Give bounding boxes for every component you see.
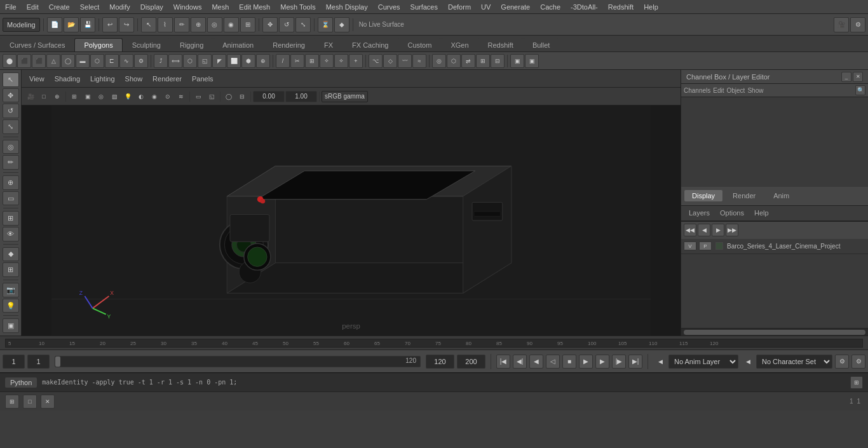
combine-btn[interactable]: ⊞ bbox=[476, 54, 490, 68]
menu-edit-mesh[interactable]: Edit Mesh bbox=[234, 2, 275, 12]
vp-smooth-btn[interactable]: ◎ bbox=[95, 90, 107, 103]
poly-torus-btn[interactable]: ◯ bbox=[61, 54, 75, 68]
menu-help[interactable]: Help bbox=[639, 2, 663, 12]
tab-curves-surfaces[interactable]: Curves / Surfaces bbox=[0, 38, 74, 51]
right-tab-display[interactable]: Display bbox=[684, 189, 723, 202]
poly-cylinder-btn[interactable]: ⬛ bbox=[32, 54, 46, 68]
layer-scrollbar[interactable] bbox=[681, 328, 868, 336]
vp-motion-btn[interactable]: ≋ bbox=[175, 90, 187, 103]
poly-disk-btn[interactable]: ⬡ bbox=[90, 54, 104, 68]
rect-select-tool-btn[interactable]: ▭ bbox=[3, 191, 19, 206]
vp-menu-panels[interactable]: Panels bbox=[188, 74, 217, 84]
menu-deform[interactable]: Deform bbox=[443, 2, 476, 12]
stop-btn[interactable]: ■ bbox=[562, 355, 576, 369]
soft-select-tool-btn[interactable]: ◎ bbox=[3, 140, 19, 154]
input-output-btn[interactable]: ◆ bbox=[334, 17, 349, 32]
move-tool-btn[interactable]: ✥ bbox=[3, 88, 19, 103]
extrude-btn[interactable]: ⤴ bbox=[154, 54, 168, 68]
tab-sculpting[interactable]: Sculpting bbox=[123, 38, 170, 51]
visibility-btn[interactable]: 👁 bbox=[3, 227, 19, 241]
anim-layer-arrow-left[interactable]: ◀ bbox=[653, 355, 667, 369]
retopo-btn[interactable]: ⬡ bbox=[447, 54, 461, 68]
grid-btn[interactable]: ⊞ bbox=[3, 211, 19, 226]
vp-shadow-btn[interactable]: ◐ bbox=[135, 90, 147, 103]
offset-edge-loop-btn[interactable]: ⟡ bbox=[334, 54, 348, 68]
snap-to-btn[interactable]: ⊕ bbox=[191, 17, 206, 32]
relax-btn[interactable]: ≈ bbox=[412, 54, 426, 68]
poly-plane-btn[interactable]: ▬ bbox=[76, 54, 90, 68]
history-btn[interactable]: ⌛ bbox=[318, 17, 333, 32]
next-key-btn[interactable]: |▶ bbox=[612, 355, 626, 369]
tab-custom[interactable]: Custom bbox=[398, 38, 442, 51]
char-set-dropdown[interactable]: No Character Set bbox=[756, 355, 832, 369]
poly-gear-btn[interactable]: ⚙ bbox=[134, 54, 148, 68]
soft-select-btn[interactable]: ◉ bbox=[224, 17, 239, 32]
menu-mesh[interactable]: Mesh bbox=[207, 2, 234, 12]
prefs-btn[interactable]: ⚙ bbox=[851, 355, 865, 369]
symmetry-btn[interactable]: ⊞ bbox=[240, 17, 255, 32]
python-script-editor-btn[interactable]: ⊞ bbox=[850, 376, 863, 389]
play-back-btn[interactable]: ◁ bbox=[546, 355, 560, 369]
move-btn[interactable]: ✥ bbox=[262, 17, 278, 32]
light-btn[interactable]: 💡 bbox=[3, 299, 19, 313]
panel-minimize-btn[interactable]: _ bbox=[841, 72, 851, 82]
extract-btn[interactable]: ⬢ bbox=[241, 54, 255, 68]
file-icon-btn3[interactable]: ✕ bbox=[41, 395, 55, 409]
paint-select-btn[interactable]: ✏ bbox=[174, 17, 189, 32]
object-label[interactable]: Object bbox=[727, 87, 745, 94]
layer-scroll-left2[interactable]: ◀ bbox=[698, 224, 710, 236]
poly-helix-btn[interactable]: ∿ bbox=[119, 54, 133, 68]
vp-isolate-btn[interactable]: ◯ bbox=[222, 90, 235, 103]
menu-modify[interactable]: Modify bbox=[104, 2, 135, 12]
menu-edit[interactable]: Edit bbox=[22, 2, 44, 12]
lasso-btn[interactable]: ⌇ bbox=[158, 17, 173, 32]
poly-pipe-btn[interactable]: ⊏ bbox=[105, 54, 119, 68]
tab-bullet[interactable]: Bullet bbox=[523, 38, 560, 51]
go-first-btn[interactable]: |◀ bbox=[496, 355, 510, 369]
tab-redshift[interactable]: Redshift bbox=[478, 38, 523, 51]
rotate-btn[interactable]: ↺ bbox=[279, 17, 294, 32]
layer-visibility-p[interactable]: P bbox=[699, 241, 712, 250]
connect-btn[interactable]: ⊞ bbox=[305, 54, 319, 68]
tab-fx[interactable]: FX bbox=[315, 38, 342, 51]
bridge-btn[interactable]: ⟺ bbox=[168, 54, 182, 68]
render-region-btn[interactable]: ▣ bbox=[3, 318, 19, 333]
menu-surfaces[interactable]: Surfaces bbox=[405, 2, 443, 12]
open-scene-btn[interactable]: 📂 bbox=[64, 17, 79, 32]
vp-selection-btn[interactable]: ▭ bbox=[192, 90, 205, 103]
vp-ao-btn[interactable]: ◉ bbox=[148, 90, 161, 103]
crease-btn[interactable]: 〰 bbox=[398, 54, 412, 68]
anim-layer-dropdown[interactable]: No Anim Layer bbox=[668, 355, 738, 369]
file-icon-btn2[interactable]: □ bbox=[23, 395, 37, 409]
prev-frame-btn[interactable]: ◀ bbox=[529, 355, 543, 369]
layer-scroll-left1[interactable]: ◀◀ bbox=[684, 224, 696, 236]
menu-mesh-tools[interactable]: Mesh Tools bbox=[275, 2, 320, 12]
render-btn[interactable]: 🎥 bbox=[834, 17, 849, 32]
vp-grid-btn[interactable]: ⊞ bbox=[68, 90, 81, 103]
go-last-btn[interactable]: ▶| bbox=[628, 355, 642, 369]
current-frame-input[interactable] bbox=[3, 355, 25, 369]
char-set-options-btn[interactable]: ⚙ bbox=[835, 355, 849, 369]
menu-file[interactable]: File bbox=[0, 2, 22, 12]
next-frame-btn[interactable]: ▶ bbox=[595, 355, 609, 369]
panel-close-btn[interactable]: ✕ bbox=[853, 72, 863, 82]
smooth-btn[interactable]: ◎ bbox=[432, 54, 446, 68]
vp-light-btn[interactable]: 💡 bbox=[121, 90, 134, 103]
scale-btn[interactable]: ⤡ bbox=[295, 17, 311, 32]
end-frame-input[interactable] bbox=[426, 355, 454, 369]
tab-polygons[interactable]: Polygons bbox=[74, 38, 122, 51]
material-btn[interactable]: ◆ bbox=[3, 247, 19, 262]
slider-handle[interactable] bbox=[55, 356, 60, 367]
vp-snap-btn[interactable]: ⊕ bbox=[51, 90, 64, 103]
rotate-tool-btn[interactable]: ↺ bbox=[3, 104, 19, 118]
select-mode-btn[interactable]: ↖ bbox=[141, 17, 156, 32]
new-scene-btn[interactable]: 📄 bbox=[47, 17, 62, 32]
menu-redshift[interactable]: Redshift bbox=[603, 2, 639, 12]
vp-film-btn[interactable]: □ bbox=[37, 90, 50, 103]
multi-cut-btn[interactable]: ✂ bbox=[290, 54, 304, 68]
insert-edge-loop-btn[interactable]: ⟡ bbox=[320, 54, 334, 68]
vp-menu-renderer[interactable]: Renderer bbox=[149, 74, 186, 84]
gamma-mult-input[interactable] bbox=[285, 91, 317, 102]
file-icon-btn1[interactable]: ⊞ bbox=[5, 395, 19, 409]
layer-scroll-right1[interactable]: ▶ bbox=[712, 224, 724, 236]
